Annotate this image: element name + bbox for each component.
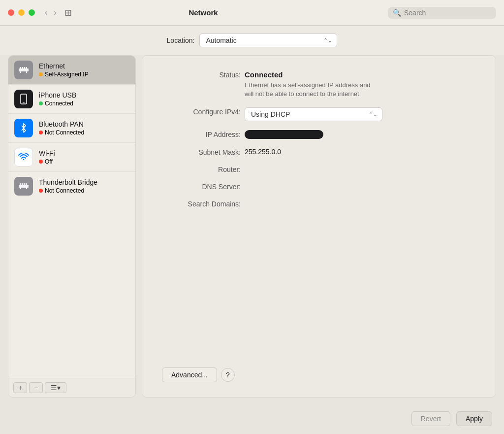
svg-rect-6 (26, 71, 27, 73)
wifi-status-dot (39, 160, 43, 164)
search-domains-row: Search Domains: (162, 200, 476, 208)
svg-rect-11 (20, 183, 21, 185)
status-label: Status: (162, 70, 241, 79)
sidebar-item-iphone-usb[interactable]: iPhone USB Connected (8, 85, 135, 114)
subnet-mask-row: Subnet Mask: 255.255.0.0 (162, 148, 476, 156)
svg-rect-16 (26, 188, 27, 189)
detail-footer-left: Advanced... ? (162, 367, 476, 382)
sidebar-list: Ethernet Self-Assigned IP (8, 56, 135, 378)
ethernet-status-dot (39, 72, 43, 76)
ethernet-name: Ethernet (39, 62, 89, 70)
location-select[interactable]: Automatic Edit Locations... (199, 33, 337, 47)
thunderbolt-info: Thunderbolt Bridge Not Connected (39, 178, 97, 194)
svg-rect-14 (26, 183, 27, 185)
bluetooth-name: Bluetooth PAN (39, 120, 84, 128)
ethernet-info: Ethernet Self-Assigned IP (39, 62, 89, 78)
location-bar: Location: Automatic Edit Locations... (0, 26, 504, 55)
sidebar-item-bluetooth[interactable]: Bluetooth PAN Not Connected (8, 114, 135, 143)
search-icon: 🔍 (393, 9, 401, 17)
chevron-down-icon: ▾ (57, 384, 61, 392)
svg-rect-1 (20, 67, 21, 69)
svg-rect-13 (24, 183, 25, 185)
svg-rect-2 (22, 67, 23, 69)
svg-rect-4 (26, 67, 27, 69)
svg-rect-15 (20, 188, 21, 189)
search-box[interactable]: 🔍 (388, 7, 496, 19)
configure-ipv4-select-wrapper: Using DHCP Manually BOOTP Off (245, 107, 382, 121)
apply-button[interactable]: Apply (456, 411, 492, 426)
dns-server-row: DNS Server: (162, 182, 476, 191)
add-network-button[interactable]: + (13, 382, 27, 393)
thunderbolt-status-dot (39, 189, 43, 193)
sidebar-item-thunderbolt[interactable]: Thunderbolt Bridge Not Connected (8, 172, 135, 200)
location-select-wrapper: Automatic Edit Locations... (199, 33, 337, 47)
bottom-bar: Revert Apply (0, 405, 504, 434)
configure-ipv4-label: Configure IPv4: (162, 107, 241, 116)
search-input[interactable] (404, 9, 491, 17)
status-group: Connected Ethernet has a self-assigned I… (245, 70, 371, 99)
thunderbolt-status: Not Connected (39, 187, 97, 194)
remove-network-button[interactable]: − (29, 382, 43, 393)
help-button[interactable]: ? (221, 368, 235, 382)
search-domains-label: Search Domains: (162, 200, 241, 208)
subnet-mask-value: 255.255.0.0 (245, 148, 281, 156)
location-label: Location: (167, 36, 195, 44)
iphone-usb-name: iPhone USB (39, 91, 76, 99)
ip-address-redacted (245, 130, 323, 139)
advanced-button[interactable]: Advanced... (162, 367, 217, 382)
iphone-icon (14, 90, 33, 108)
status-value: Connected (245, 70, 371, 79)
subnet-mask-label: Subnet Mask: (162, 148, 241, 156)
thunderbolt-icon (14, 177, 33, 196)
wifi-name: Wi-Fi (39, 149, 55, 157)
bluetooth-info: Bluetooth PAN Not Connected (39, 120, 84, 136)
titlebar: ‹ › ⊞ Network 🔍 (0, 0, 504, 26)
ip-address-label: IP Address: (162, 130, 241, 138)
dns-server-label: DNS Server: (162, 182, 241, 191)
status-row: Status: Connected Ethernet has a self-as… (162, 70, 476, 99)
svg-rect-9 (23, 94, 25, 95)
thunderbolt-name: Thunderbolt Bridge (39, 178, 97, 186)
sidebar-item-wifi[interactable]: Wi-Fi Off (8, 143, 135, 172)
sidebar-footer: + − ☰ ▾ (8, 378, 135, 397)
sidebar-item-ethernet[interactable]: Ethernet Self-Assigned IP (8, 56, 135, 85)
detail-panel: Status: Connected Ethernet has a self-as… (142, 55, 496, 398)
close-button[interactable] (8, 9, 14, 16)
wifi-info: Wi-Fi Off (39, 149, 55, 165)
svg-rect-12 (22, 183, 23, 185)
iphone-usb-status-dot (39, 101, 43, 105)
ethernet-status: Self-Assigned IP (39, 71, 89, 78)
bluetooth-icon (14, 119, 33, 137)
action-menu-button[interactable]: ☰ ▾ (45, 382, 66, 393)
iphone-usb-status: Connected (39, 100, 76, 107)
sidebar: Ethernet Self-Assigned IP (8, 55, 136, 398)
revert-button[interactable]: Revert (411, 411, 450, 426)
svg-rect-8 (23, 102, 25, 103)
gear-icon: ☰ (51, 384, 57, 392)
status-description: Ethernet has a self-assigned IP address … (245, 81, 371, 99)
bluetooth-status-dot (39, 131, 43, 134)
bluetooth-status: Not Connected (39, 129, 84, 136)
router-row: Router: (162, 165, 476, 173)
configure-ipv4-select[interactable]: Using DHCP Manually BOOTP Off (245, 107, 382, 121)
svg-rect-3 (24, 67, 25, 69)
wifi-status: Off (39, 158, 55, 165)
ethernet-icon (14, 61, 33, 79)
configure-ipv4-row: Configure IPv4: Using DHCP Manually BOOT… (162, 107, 476, 121)
ip-address-row: IP Address: (162, 130, 476, 139)
titlebar-title: Network (19, 8, 388, 17)
main-content: Ethernet Self-Assigned IP (0, 55, 504, 405)
svg-rect-5 (20, 71, 21, 73)
router-label: Router: (162, 165, 241, 173)
iphone-usb-info: iPhone USB Connected (39, 91, 76, 107)
detail-spacer (162, 217, 476, 360)
wifi-icon (14, 148, 33, 167)
detail-footer: Advanced... ? (162, 367, 476, 382)
